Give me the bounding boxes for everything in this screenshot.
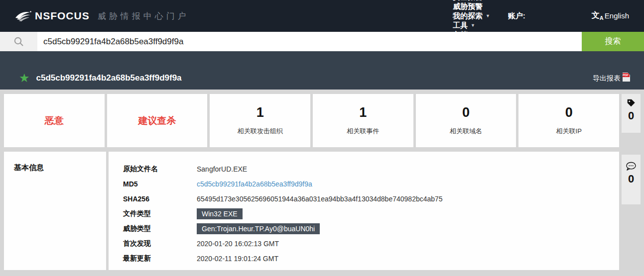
account-menu[interactable]: 账户: [508,11,577,21]
search-icon-box [0,32,37,51]
counter-value: 0 [565,105,573,119]
info-row-5: 首次发现2020-01-20 16:02:13 GMT [123,237,619,251]
info-value: 65495d173e305625696051944a36a031ea94bb3a… [197,195,443,203]
info-label: 最新更新 [123,254,197,263]
brand: NSFOCUS 威胁情报中心门户 [15,10,189,22]
account-label: 账户: [508,11,525,21]
search-icon [13,36,24,47]
comment-icon[interactable] [626,162,637,171]
info-label: MD5 [123,180,197,188]
brand-name: NSFOCUS [35,10,90,22]
info-label: 首次发现 [123,239,197,248]
translate-icon: 文 [592,11,600,19]
nav-item-1[interactable]: 威胁预警 [453,2,490,11]
search-button[interactable]: 搜索 [582,32,644,51]
nav-item-2[interactable]: 我的探索▼ [453,11,490,21]
translate-icon-a: A [600,15,604,21]
export-report-link[interactable]: 导出报表 PDF [593,74,630,83]
counter-label: 相关联攻击组织 [238,127,283,136]
stats-row: 恶意建议查杀1相关联攻击组织1相关联事件0相关联域名0相关联IP [4,94,619,147]
content-area: 恶意建议查杀1相关联攻击组织1相关联事件0相关联域名0相关联IP 基本信息 原始… [0,90,644,270]
info-value: 2020-01-20 16:02:13 GMT [197,240,279,248]
portal-title: 威胁情报中心门户 [98,10,189,22]
info-value-badge: Gen:Trojan.Heur.TP.Ay0@buaUN0hi [197,223,320,234]
info-row-6: 最新更新2020-02-11 19:01:24 GMT [123,252,619,266]
info-row-3: 文件类型Win32 EXE [123,207,619,221]
section-title: 基本信息 [14,163,106,173]
chevron-down-icon: ▼ [471,23,475,28]
verdict-label: 恶意 [45,114,64,127]
search-bar: 搜索 [0,32,644,51]
counter-value: 1 [359,105,367,119]
tags-count: 0 [628,109,634,122]
info-value-badge: Win32 EXE [197,208,243,219]
search-input[interactable] [37,32,582,51]
export-report-label: 导出报表 [593,74,621,83]
info-label: SHA256 [123,195,197,203]
top-navbar: NSFOCUS 威胁情报中心门户 安全报告威胁预警我的探索▼工具▼文档▼ 账户:… [0,0,644,32]
counter-card-0[interactable]: 1相关联攻击组织 [210,94,310,147]
info-label: 原始文件名 [123,165,197,174]
basic-info-sidebar: 基本信息 [4,152,106,270]
info-row-1: MD5c5d5cb99291fa4b2a68b5ea3ff9d9f9a [123,177,619,191]
language-label: English [605,11,629,20]
info-row-4: 威胁类型Gen:Trojan.Heur.TP.Ay0@buaUN0hi [123,222,619,236]
counter-card-1[interactable]: 1相关联事件 [313,94,413,147]
info-row-2: SHA25665495d173e305625696051944a36a031ea… [123,192,619,206]
info-row-0: 原始文件名SangforUD.EXE [123,162,619,176]
report-title-hash: c5d5cb99291fa4b2a68b5ea3ff9d9f9a [36,73,182,83]
info-label: 威胁类型 [123,224,197,233]
tag-icon[interactable] [626,98,636,108]
account-name-redacted [529,11,577,21]
counter-label: 相关联IP [556,127,582,136]
side-strip: 0 0 [622,94,641,270]
info-value: 2020-02-11 19:01:24 GMT [197,255,278,263]
counter-value: 1 [257,105,264,119]
pdf-file-icon: PDF [623,73,630,82]
main-column: 恶意建议查杀1相关联攻击组织1相关联事件0相关联域名0相关联IP 基本信息 原始… [4,94,619,270]
chevron-down-icon: ▼ [486,13,490,18]
favorite-star-icon[interactable]: ★ [19,73,30,83]
basic-info-detail: 原始文件名SangforUD.EXEMD5c5d5cb99291fa4b2a68… [109,152,619,270]
info-value-link[interactable]: c5d5cb99291fa4b2a68b5ea3ff9d9f9a [197,180,312,188]
comments-panel: 0 [622,155,641,204]
verdict-label: 建议查杀 [138,114,176,127]
verdict-card-0: 恶意 [4,94,105,147]
comments-count: 0 [628,173,634,185]
basic-info-section: 基本信息 原始文件名SangforUD.EXEMD5c5d5cb99291fa4… [4,152,619,270]
language-toggle[interactable]: 文 A English [592,11,629,21]
nav-item-3[interactable]: 工具▼ [453,21,490,30]
report-header: ★ c5d5cb99291fa4b2a68b5ea3ff9d9f9a 导出报表 … [0,51,644,90]
counter-card-2[interactable]: 0相关联域名 [416,94,516,147]
tags-panel: 0 [622,94,641,133]
counter-card-3[interactable]: 0相关联IP [518,94,619,147]
verdict-card-1: 建议查杀 [107,94,208,147]
nsfocus-logo-icon [15,10,32,22]
info-value: SangforUD.EXE [197,165,247,173]
counter-label: 相关联事件 [347,127,379,136]
counter-value: 0 [462,105,470,119]
info-label: 文件类型 [123,209,197,218]
counter-label: 相关联域名 [450,127,482,136]
